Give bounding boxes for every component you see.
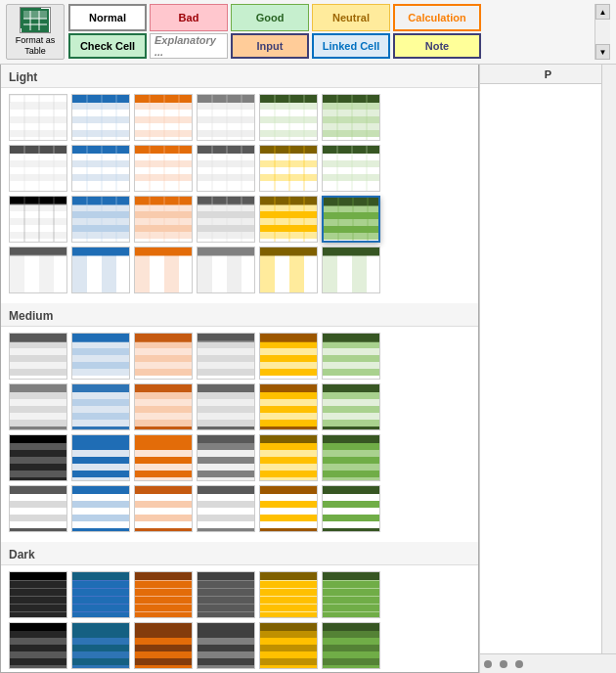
format-as-table-button[interactable]: Format as Table bbox=[6, 4, 65, 60]
table-style-medium-12[interactable] bbox=[322, 383, 380, 430]
svg-rect-229 bbox=[135, 369, 193, 376]
svg-rect-134 bbox=[135, 197, 193, 204]
table-style-medium-19[interactable] bbox=[9, 485, 67, 532]
table-style-light-18-selected[interactable]: Green, Table Style Light 14 bbox=[322, 196, 380, 243]
table-style-dark-3[interactable] bbox=[134, 571, 193, 618]
cell-style-neutral[interactable]: Neutral bbox=[312, 4, 390, 31]
table-style-light-8[interactable] bbox=[71, 145, 130, 192]
table-style-light-4[interactable] bbox=[197, 94, 255, 141]
svg-rect-7 bbox=[10, 103, 67, 110]
table-style-medium-23[interactable] bbox=[259, 485, 318, 532]
medium-styles-section bbox=[1, 327, 478, 542]
table-style-dark-1[interactable] bbox=[9, 571, 67, 618]
table-style-dark-6[interactable] bbox=[322, 571, 380, 618]
table-style-light-15[interactable] bbox=[134, 196, 193, 243]
svg-rect-361 bbox=[323, 501, 380, 508]
scroll-up-button[interactable]: ▲ bbox=[595, 4, 610, 20]
svg-rect-280 bbox=[260, 384, 318, 392]
svg-rect-90 bbox=[198, 167, 255, 174]
svg-rect-341 bbox=[135, 508, 193, 515]
table-style-light-3[interactable] bbox=[134, 94, 193, 141]
svg-rect-398 bbox=[260, 596, 318, 597]
table-style-medium-9[interactable] bbox=[134, 383, 193, 430]
cell-style-explanatory[interactable]: Explanatory ... bbox=[150, 33, 228, 59]
table-style-light-17[interactable] bbox=[259, 196, 318, 243]
svg-rect-105 bbox=[323, 146, 380, 154]
table-style-medium-15[interactable] bbox=[134, 434, 193, 481]
table-style-medium-13[interactable] bbox=[9, 434, 67, 481]
table-style-medium-2[interactable] bbox=[71, 333, 130, 380]
table-style-medium-18[interactable] bbox=[322, 434, 380, 481]
table-style-light-10[interactable] bbox=[197, 145, 255, 192]
table-style-medium-3[interactable] bbox=[134, 333, 193, 380]
table-style-medium-4[interactable] bbox=[197, 333, 255, 380]
cell-style-linked[interactable]: Linked Cell bbox=[312, 33, 390, 59]
table-style-medium-7[interactable] bbox=[9, 383, 67, 430]
table-style-light-12[interactable] bbox=[322, 145, 380, 192]
table-style-medium-5[interactable] bbox=[259, 333, 318, 380]
dark-styles-section bbox=[1, 565, 478, 673]
table-style-light-9[interactable] bbox=[134, 145, 193, 192]
table-style-light-14[interactable] bbox=[71, 196, 130, 243]
table-style-medium-1[interactable] bbox=[9, 333, 67, 380]
table-style-light-6[interactable] bbox=[322, 94, 380, 141]
table-style-light-24[interactable] bbox=[322, 247, 380, 293]
cell-style-input[interactable]: Input bbox=[231, 33, 309, 59]
table-style-light-23[interactable] bbox=[259, 247, 318, 293]
table-style-light-7[interactable] bbox=[9, 145, 67, 192]
table-style-light-1[interactable] bbox=[9, 94, 67, 141]
svg-rect-354 bbox=[260, 501, 318, 508]
table-style-medium-6[interactable] bbox=[322, 333, 380, 380]
scroll-down-button[interactable]: ▼ bbox=[595, 44, 610, 60]
svg-rect-306 bbox=[135, 457, 193, 464]
svg-rect-126 bbox=[72, 211, 130, 218]
cell-style-note[interactable]: Note bbox=[393, 33, 481, 59]
table-style-dark-12[interactable] bbox=[322, 622, 380, 669]
table-style-medium-21[interactable] bbox=[134, 485, 193, 532]
table-style-dark-9[interactable] bbox=[134, 622, 193, 669]
table-style-medium-17[interactable] bbox=[259, 434, 318, 481]
table-style-dark-2[interactable] bbox=[71, 571, 130, 618]
table-style-dark-10[interactable] bbox=[197, 622, 255, 669]
cell-style-check[interactable]: Check Cell bbox=[68, 33, 147, 59]
table-style-medium-24[interactable] bbox=[322, 485, 380, 532]
svg-rect-296 bbox=[10, 457, 67, 464]
svg-rect-98 bbox=[260, 160, 318, 167]
svg-rect-25 bbox=[135, 103, 193, 110]
table-style-light-5[interactable] bbox=[259, 94, 318, 141]
table-style-dark-5[interactable] bbox=[259, 571, 318, 618]
cell-style-normal[interactable]: Normal bbox=[68, 4, 147, 31]
svg-rect-405 bbox=[323, 596, 380, 597]
table-style-light-13[interactable] bbox=[9, 196, 67, 243]
table-style-dark-4[interactable] bbox=[197, 571, 255, 618]
svg-rect-397 bbox=[260, 588, 318, 589]
table-style-medium-20[interactable] bbox=[71, 485, 130, 532]
svg-rect-99 bbox=[260, 167, 318, 174]
cell-style-calculation[interactable]: Calculation bbox=[393, 4, 481, 31]
table-style-medium-14[interactable] bbox=[71, 434, 130, 481]
table-style-light-22[interactable] bbox=[197, 247, 255, 293]
right-scrollbar[interactable] bbox=[601, 65, 616, 673]
cell-style-good[interactable]: Good bbox=[231, 4, 309, 31]
table-style-light-19[interactable] bbox=[9, 247, 67, 293]
table-style-light-16[interactable] bbox=[197, 196, 255, 243]
svg-rect-61 bbox=[10, 154, 67, 160]
cell-style-bad[interactable]: Bad bbox=[150, 4, 228, 31]
svg-rect-154 bbox=[260, 197, 318, 204]
svg-rect-127 bbox=[72, 218, 130, 225]
svg-rect-89 bbox=[198, 160, 255, 167]
table-style-medium-11[interactable] bbox=[259, 383, 318, 430]
table-style-light-11[interactable] bbox=[259, 145, 318, 192]
table-style-medium-16[interactable] bbox=[197, 434, 255, 481]
svg-rect-83 bbox=[135, 181, 193, 188]
table-style-medium-8[interactable] bbox=[71, 383, 130, 430]
table-style-dark-8[interactable] bbox=[71, 622, 130, 669]
table-style-dark-7[interactable] bbox=[9, 622, 67, 669]
table-style-medium-22[interactable] bbox=[197, 485, 255, 532]
svg-rect-338 bbox=[135, 486, 193, 494]
table-style-light-21[interactable] bbox=[134, 247, 193, 293]
table-style-light-2[interactable] bbox=[71, 94, 130, 141]
table-style-light-20[interactable] bbox=[71, 247, 130, 293]
table-style-medium-10[interactable] bbox=[197, 383, 255, 430]
table-style-dark-11[interactable] bbox=[259, 622, 318, 669]
